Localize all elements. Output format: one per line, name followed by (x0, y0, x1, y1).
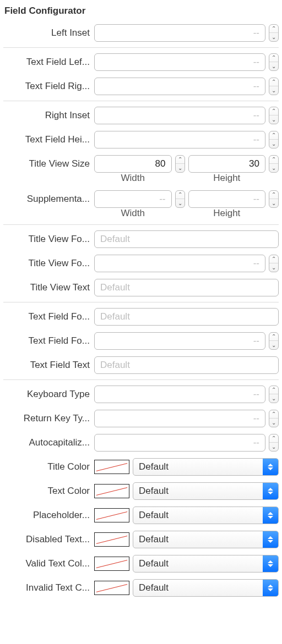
chevron-down-icon[interactable]: ⌄ (269, 62, 278, 70)
divider (3, 379, 279, 380)
chevron-up-icon[interactable]: ⌃ (269, 25, 278, 33)
input-supplementary-height[interactable] (188, 190, 266, 208)
label-title-view-size: Title View Size (3, 158, 91, 169)
popup-text-color[interactable]: Default (133, 482, 279, 500)
input-text-field-font-size[interactable] (94, 332, 265, 350)
input-title-view-width[interactable] (94, 155, 172, 173)
label-title-color: Title Color (3, 461, 91, 472)
popup-label: Default (133, 582, 263, 593)
input-title-view-font-name[interactable] (94, 230, 279, 248)
sublabel-height: Height (188, 208, 266, 219)
stepper-keyboard-type[interactable]: ⌃⌄ (269, 386, 279, 403)
stepper-left-inset[interactable]: ⌃⌄ (269, 24, 279, 42)
sublabel-width: Width (94, 173, 172, 184)
color-swatch-placeholder[interactable] (94, 508, 129, 522)
popup-valid-text-color[interactable]: Default (133, 555, 279, 573)
row-title-view-font-name: Title View Fo... (3, 227, 279, 251)
popup-label: Default (133, 486, 263, 497)
chevron-up-icon[interactable]: ⌃ (269, 255, 278, 263)
input-title-view-font-size[interactable] (94, 255, 265, 272)
chevron-up-icon[interactable]: ⌃ (176, 156, 185, 164)
popup-title-color[interactable]: Default (133, 458, 279, 476)
stepper-supplementary-width[interactable]: ⌃⌄ (175, 190, 185, 208)
chevron-down-icon[interactable]: ⌄ (269, 263, 278, 272)
chevron-up-icon[interactable]: ⌃ (176, 191, 185, 199)
stepper-text-field-height[interactable]: ⌃⌄ (269, 131, 279, 148)
label-title-view-text: Title View Text (3, 282, 91, 293)
row-autocapitalization: Autocapitaliz... ⌃⌄ (3, 431, 279, 455)
popup-placeholder-color[interactable]: Default (133, 507, 279, 524)
popup-invalid-text-color[interactable]: Default (133, 579, 279, 597)
stepper-text-field-right[interactable]: ⌃⌄ (269, 78, 279, 95)
chevron-down-icon[interactable]: ⌄ (269, 443, 278, 451)
input-return-key-type[interactable] (94, 410, 265, 427)
row-text-field-font-size: Text Field Fo... ⌃⌄ (3, 329, 279, 353)
chevron-down-icon[interactable]: ⌄ (269, 199, 278, 207)
row-placeholder-color: Placeholder... Default (3, 503, 279, 527)
label-placeholder-color: Placeholder... (3, 510, 91, 521)
chevron-down-icon[interactable]: ⌄ (269, 115, 278, 124)
updown-arrows-icon (263, 483, 278, 499)
chevron-down-icon[interactable]: ⌄ (269, 419, 278, 427)
label-right-inset: Right Inset (3, 110, 91, 121)
input-right-inset[interactable] (94, 107, 265, 124)
input-text-field-right[interactable] (94, 78, 265, 95)
divider (3, 302, 279, 302)
updown-arrows-icon (263, 580, 278, 596)
row-invalid-text-color: Invalid Text C... Default (3, 576, 279, 600)
chevron-down-icon[interactable]: ⌄ (176, 199, 185, 207)
updown-arrows-icon (263, 531, 278, 548)
chevron-up-icon[interactable]: ⌃ (269, 410, 278, 419)
chevron-up-icon[interactable]: ⌃ (269, 333, 278, 341)
chevron-up-icon[interactable]: ⌃ (269, 107, 278, 115)
chevron-down-icon[interactable]: ⌄ (176, 164, 185, 172)
chevron-down-icon[interactable]: ⌄ (269, 164, 278, 172)
color-swatch-disabled[interactable] (94, 532, 129, 547)
chevron-up-icon[interactable]: ⌃ (269, 191, 278, 199)
input-supplementary-width[interactable] (94, 190, 172, 208)
label-text-field-height: Text Field Hei... (3, 134, 91, 145)
chevron-up-icon[interactable]: ⌃ (269, 156, 278, 164)
stepper-text-field-font-size[interactable]: ⌃⌄ (269, 332, 279, 350)
stepper-supplementary-height[interactable]: ⌃⌄ (269, 190, 279, 208)
stepper-title-view-height[interactable]: ⌃⌄ (269, 155, 279, 173)
stepper-return-key-type[interactable]: ⌃⌄ (269, 410, 279, 427)
divider (3, 47, 279, 48)
row-text-field-text: Text Field Text (3, 353, 279, 377)
input-text-field-font-name[interactable] (94, 308, 279, 326)
color-swatch-title[interactable] (94, 460, 129, 474)
chevron-down-icon[interactable]: ⌄ (269, 33, 278, 41)
stepper-right-inset[interactable]: ⌃⌄ (269, 107, 279, 124)
chevron-up-icon[interactable]: ⌃ (269, 78, 278, 86)
chevron-up-icon[interactable]: ⌃ (269, 434, 278, 443)
row-text-field-font-name: Text Field Fo... (3, 305, 279, 329)
divider (3, 224, 279, 225)
input-autocapitalization[interactable] (94, 434, 265, 452)
stepper-text-field-left[interactable]: ⌃⌄ (269, 53, 279, 71)
chevron-up-icon[interactable]: ⌃ (269, 54, 278, 62)
stepper-title-view-font-size[interactable]: ⌃⌄ (269, 255, 279, 272)
input-text-field-height[interactable] (94, 131, 265, 148)
sublabel-height: Height (188, 173, 266, 184)
chevron-up-icon[interactable]: ⌃ (269, 131, 278, 140)
input-keyboard-type[interactable] (94, 386, 265, 403)
row-title-view-text: Title View Text (3, 276, 279, 300)
stepper-autocapitalization[interactable]: ⌃⌄ (269, 434, 279, 452)
stepper-title-view-width[interactable]: ⌃⌄ (175, 155, 185, 173)
input-left-inset[interactable] (94, 24, 265, 42)
color-swatch-valid[interactable] (94, 557, 129, 571)
divider (3, 101, 279, 101)
chevron-down-icon[interactable]: ⌄ (269, 86, 278, 95)
popup-disabled-text-color[interactable]: Default (133, 531, 279, 548)
chevron-up-icon[interactable]: ⌃ (269, 386, 278, 394)
input-title-view-height[interactable] (188, 155, 266, 173)
color-swatch-text[interactable] (94, 484, 129, 498)
chevron-down-icon[interactable]: ⌄ (269, 394, 278, 403)
chevron-down-icon[interactable]: ⌄ (269, 341, 278, 349)
color-swatch-invalid[interactable] (94, 581, 129, 595)
input-text-field-left[interactable] (94, 53, 265, 71)
input-title-view-text[interactable] (94, 279, 279, 296)
input-text-field-text[interactable] (94, 356, 279, 374)
label-text-field-text: Text Field Text (3, 360, 91, 371)
chevron-down-icon[interactable]: ⌄ (269, 140, 278, 148)
